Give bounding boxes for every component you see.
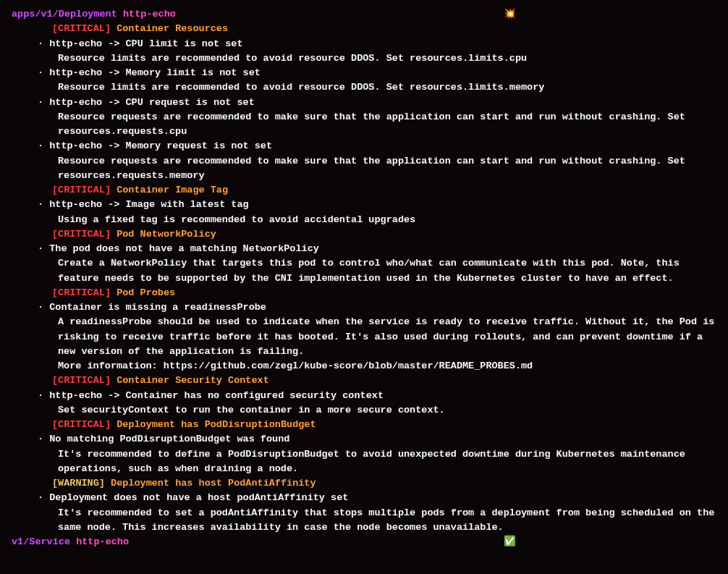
bullet-icon: ·: [38, 97, 49, 108]
bullet-icon: ·: [38, 38, 49, 49]
status-fail-icon: 💥: [504, 7, 516, 22]
check-item: · Deployment does not have a host podAnt…: [12, 491, 716, 505]
check-item-desc: A readinessProbe should be used to indic…: [12, 315, 716, 373]
bullet-icon: ·: [38, 390, 49, 401]
check-header: [CRITICAL] Deployment has PodDisruptionB…: [12, 418, 716, 432]
resource-header: v1/Service http-echo✅: [12, 535, 716, 549]
severity-label: [WARNING]: [52, 478, 105, 489]
severity-label: [CRITICAL]: [52, 185, 111, 195]
bullet-icon: ·: [38, 140, 49, 151]
check-item-summary: http-echo -> Memory request is not set: [49, 140, 272, 151]
check-item-summary: Deployment does not have a host podAntiA…: [49, 492, 348, 503]
check-header: [CRITICAL] Pod Probes: [12, 286, 716, 300]
check-item-desc: Resource requests are recommended to mak…: [12, 110, 716, 140]
check-header: [WARNING] Deployment has host PodAntiAff…: [12, 476, 716, 491]
severity-label: [CRITICAL]: [52, 419, 111, 430]
check-header: [CRITICAL] Container Image Tag: [12, 183, 716, 198]
check-item: · No matching PodDisruptionBudget was fo…: [12, 432, 716, 447]
check-title: Container Resources: [117, 23, 228, 34]
check-item: · Container is missing a readinessProbe: [12, 300, 716, 315]
bullet-icon: ·: [38, 302, 49, 313]
check-item-desc: Using a fixed tag is recommended to avoi…: [12, 213, 716, 227]
check-item: · http-echo -> CPU limit is not set: [12, 37, 716, 51]
resource-api: apps/v1/Deployment: [12, 9, 117, 20]
check-item-desc: Create a NetworkPolicy that targets this…: [12, 256, 716, 286]
check-item-summary: Container is missing a readinessProbe: [49, 302, 266, 313]
check-item-desc: Set securityContext to run the container…: [12, 403, 716, 418]
bullet-icon: ·: [38, 67, 49, 78]
check-title: Deployment has host PodAntiAffinity: [111, 478, 316, 489]
check-item-summary: http-echo -> Image with latest tag: [49, 199, 248, 210]
check-title: Pod NetworkPolicy: [117, 229, 216, 240]
check-item-desc: Resource limits are recommended to avoid…: [12, 51, 716, 66]
check-header: [CRITICAL] Pod NetworkPolicy: [12, 227, 716, 242]
check-title: Deployment has PodDisruptionBudget: [117, 419, 316, 430]
check-item: · http-echo -> Memory request is not set: [12, 139, 716, 153]
resource-api: v1/Service: [12, 536, 70, 547]
check-title: Pod Probes: [117, 287, 175, 298]
check-item-desc: It's recommended to set a podAntiAffinit…: [12, 506, 716, 536]
bullet-icon: ·: [38, 492, 49, 503]
severity-label: [CRITICAL]: [52, 287, 111, 298]
bullet-icon: ·: [38, 199, 49, 210]
check-item-desc: It's recommended to define a PodDisrupti…: [12, 447, 716, 477]
check-item-desc: Resource requests are recommended to mak…: [12, 154, 716, 184]
check-item-summary: The pod does not have a matching Network…: [49, 243, 319, 254]
check-item-summary: http-echo -> CPU limit is not set: [49, 38, 242, 49]
check-item: · The pod does not have a matching Netwo…: [12, 242, 716, 256]
check-item-summary: http-echo -> CPU request is not set: [49, 97, 255, 108]
check-title: Container Image Tag: [117, 185, 228, 195]
severity-label: [CRITICAL]: [52, 229, 111, 240]
check-item: · http-echo -> Memory limit is not set: [12, 66, 716, 80]
resource-name: http-echo: [123, 9, 176, 20]
check-item-summary: http-echo -> Memory limit is not set: [49, 67, 261, 78]
terminal-output: apps/v1/Deployment http-echo💥[CRITICAL] …: [0, 0, 728, 560]
check-header: [CRITICAL] Container Resources: [12, 22, 716, 36]
severity-label: [CRITICAL]: [52, 375, 111, 386]
severity-label: [CRITICAL]: [52, 23, 111, 34]
resource-header: apps/v1/Deployment http-echo💥: [12, 7, 716, 22]
bullet-icon: ·: [38, 434, 49, 444]
check-item-desc: Resource limits are recommended to avoid…: [12, 80, 716, 95]
check-item-summary: http-echo -> Container has no configured…: [49, 390, 384, 401]
check-item: · http-echo -> Image with latest tag: [12, 198, 716, 212]
check-item-summary: No matching PodDisruptionBudget was foun…: [49, 434, 289, 444]
status-ok-icon: ✅: [504, 535, 516, 549]
check-header: [CRITICAL] Container Security Context: [12, 373, 716, 388]
check-item: · http-echo -> CPU request is not set: [12, 96, 716, 110]
bullet-icon: ·: [38, 243, 49, 254]
check-item: · http-echo -> Container has no configur…: [12, 389, 716, 403]
resource-name: http-echo: [76, 536, 129, 547]
check-title: Container Security Context: [117, 375, 269, 386]
